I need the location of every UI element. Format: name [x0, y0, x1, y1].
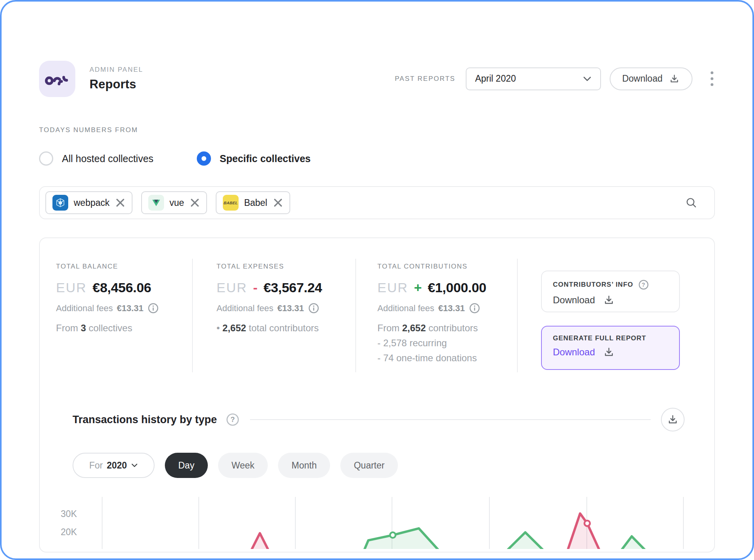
tab-month[interactable]: Month [278, 453, 330, 478]
osc-logo [39, 61, 75, 97]
babel-logo-icon: BABEL [223, 195, 239, 211]
chip-label: webpack [74, 198, 110, 208]
stat-amount: €8,456.06 [93, 280, 151, 295]
brand: ADMIN PANEL Reports [39, 61, 143, 97]
download-icon [603, 294, 615, 306]
note-prefix: From [56, 323, 78, 333]
contributors-info-title: CONTRIBUTORS’ INFO [553, 281, 633, 289]
fees-label: Additional fees [216, 303, 273, 314]
note-suffix: contributors [428, 323, 478, 333]
chart-download-button[interactable] [661, 408, 685, 431]
fees-label: Additional fees [377, 303, 434, 314]
osc-logo-icon [45, 72, 69, 86]
webpack-logo-icon [52, 195, 68, 211]
tab-quarter[interactable]: Quarter [340, 453, 398, 478]
more-options-button[interactable] [709, 70, 715, 88]
generate-full-report-button[interactable]: GENERATE FULL REPORT Download [541, 326, 680, 370]
note-strong: 3 [81, 323, 86, 333]
chevron-down-icon [131, 463, 138, 468]
info-icon[interactable] [308, 302, 319, 314]
download-label: Download [622, 73, 663, 84]
fees-value: €13.31 [277, 303, 304, 314]
tab-week[interactable]: Week [218, 453, 268, 478]
year-value: 2020 [107, 460, 127, 471]
chip-label: vue [170, 198, 184, 208]
info-icon[interactable] [147, 302, 159, 314]
note-strong: 2,652 [402, 323, 426, 333]
help-icon[interactable]: ? [638, 279, 649, 290]
divider [192, 259, 193, 372]
period-select[interactable]: April 2020 [466, 67, 601, 90]
total-balance-column: TOTAL BALANCE EUR €8,456.06 Additional f… [56, 263, 159, 334]
vue-logo-icon [148, 195, 164, 211]
transactions-chart-svg: 30K20K [39, 494, 729, 549]
divider [355, 259, 356, 372]
close-icon[interactable] [115, 198, 125, 208]
svg-text:?: ? [642, 282, 646, 288]
help-icon[interactable]: ? [226, 413, 240, 427]
transactions-chart: 30K20K [39, 494, 729, 549]
close-icon[interactable] [190, 198, 200, 208]
total-expenses-column: TOTAL EXPENSES EUR - €3,567.24 Additiona… [216, 263, 322, 334]
chart-controls: For 2020 Day Week Month Quarter [73, 453, 398, 478]
todays-numbers-label: TODAYS NUMBERS FROM [39, 126, 138, 134]
fees-value: €13.31 [438, 303, 465, 314]
radio-unchecked-icon[interactable] [39, 151, 53, 166]
period-value: April 2020 [475, 73, 516, 84]
generate-report-title: GENERATE FULL REPORT [553, 334, 646, 342]
top-bar: ADMIN PANEL Reports PAST REPORTS April 2… [39, 60, 715, 97]
info-icon[interactable] [469, 302, 480, 314]
top-actions: PAST REPORTS April 2020 Download [395, 67, 715, 90]
scope-radio-group: All hosted collectives Specific collecti… [39, 151, 311, 166]
transactions-header: Transactions history by type ? [73, 408, 685, 431]
download-label: Download [553, 347, 595, 358]
download-icon [669, 73, 680, 84]
chip-vue[interactable]: vue [141, 191, 207, 214]
download-label: Download [553, 295, 595, 306]
radio-all-hosted-collectives[interactable]: All hosted collectives [39, 151, 153, 166]
recurring-note: - 2,578 recurring [377, 338, 486, 349]
one-time-note: - 74 one-time donations [377, 353, 486, 364]
note-bullet: • [216, 323, 220, 333]
stat-label: TOTAL EXPENSES [216, 263, 322, 271]
transactions-title: Transactions history by type [73, 414, 217, 426]
download-report-button[interactable]: Download [610, 67, 692, 90]
currency: EUR [56, 280, 87, 295]
collectives-filter-input[interactable]: webpack vue BABEL Babel [39, 186, 715, 219]
tab-day[interactable]: Day [165, 453, 208, 478]
radio-label: Specific collectives [220, 153, 311, 164]
page-title: Reports [90, 77, 143, 91]
note-suffix: collectives [89, 323, 133, 333]
contributors-info-button[interactable]: CONTRIBUTORS’ INFO ? Download [541, 271, 680, 312]
note-suffix: total contributors [249, 323, 319, 333]
chip-label: Babel [244, 198, 267, 208]
chip-webpack[interactable]: webpack [45, 191, 133, 214]
divider [517, 259, 518, 372]
note-strong: 2,652 [222, 323, 246, 333]
radio-label: All hosted collectives [62, 153, 153, 164]
radio-specific-collectives[interactable]: Specific collectives [197, 151, 311, 166]
minus-sign: - [253, 280, 258, 295]
radio-checked-icon[interactable] [197, 151, 211, 166]
plus-sign: + [414, 280, 422, 295]
fees-label: Additional fees [56, 303, 113, 314]
year-select[interactable]: For 2020 [73, 453, 155, 478]
stat-amount: €3,567.24 [263, 280, 322, 295]
note-prefix: From [377, 323, 399, 333]
currency: EUR [216, 280, 247, 295]
chevron-down-icon [583, 76, 592, 82]
close-icon[interactable] [273, 198, 283, 208]
search-icon[interactable] [685, 196, 698, 209]
download-icon [603, 346, 615, 358]
stat-label: TOTAL BALANCE [56, 263, 159, 271]
fees-value: €13.31 [117, 303, 143, 314]
svg-text:20K: 20K [61, 527, 77, 537]
currency: EUR [377, 280, 408, 295]
chip-babel[interactable]: BABEL Babel [216, 191, 290, 214]
svg-text:?: ? [231, 416, 235, 424]
year-prefix: For [89, 460, 103, 471]
svg-text:30K: 30K [61, 509, 77, 519]
stat-label: TOTAL CONTRIBUTIONS [377, 263, 486, 271]
app-frame: ADMIN PANEL Reports PAST REPORTS April 2… [0, 0, 754, 560]
stat-amount: €1,000.00 [428, 280, 487, 295]
